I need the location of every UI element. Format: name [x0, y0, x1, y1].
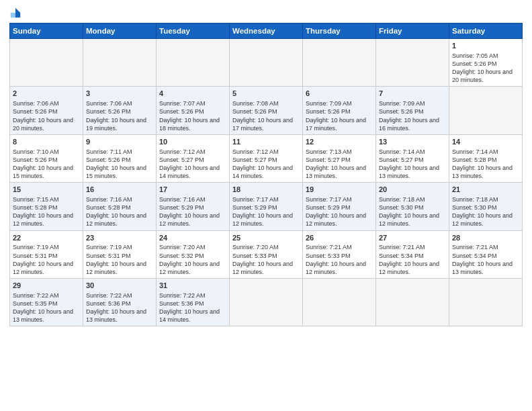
- calendar-cell: 14Sunrise: 7:14 AMSunset: 5:28 PMDayligh…: [449, 134, 523, 182]
- day-number: 21: [452, 185, 519, 195]
- sunset: Sunset: 5:26 PM: [159, 108, 204, 115]
- sunrise: Sunrise: 7:11 AM: [86, 148, 132, 155]
- sunrise: Sunrise: 7:12 AM: [232, 148, 279, 155]
- sunset: Sunset: 5:26 PM: [452, 60, 497, 67]
- daylight: Daylight: 10 hours and 12 minutes.: [306, 212, 366, 227]
- sunset: Sunset: 5:26 PM: [13, 108, 58, 115]
- daylight: Daylight: 10 hours and 12 minutes.: [306, 261, 366, 275]
- header-cell-monday: Monday: [83, 24, 157, 39]
- sunrise: Sunrise: 7:18 AM: [379, 196, 425, 203]
- daylight: Daylight: 10 hours and 13 minutes.: [452, 165, 513, 179]
- sunrise: Sunrise: 7:22 AM: [159, 292, 206, 299]
- sunset: Sunset: 5:27 PM: [159, 156, 204, 163]
- calendar-cell: [303, 279, 376, 326]
- header-row: SundayMondayTuesdayWednesdayThursdayFrid…: [10, 24, 523, 39]
- sunrise: Sunrise: 7:06 AM: [86, 100, 132, 107]
- daylight: Daylight: 10 hours and 12 minutes.: [232, 212, 293, 227]
- day-number: 7: [379, 89, 446, 99]
- calendar-cell: 29Sunrise: 7:22 AMSunset: 5:35 PMDayligh…: [10, 279, 83, 326]
- calendar-cell: 28Sunrise: 7:21 AMSunset: 5:34 PMDayligh…: [449, 230, 523, 278]
- calendar-cell: 11Sunrise: 7:12 AMSunset: 5:27 PMDayligh…: [230, 134, 303, 182]
- header-cell-saturday: Saturday: [449, 24, 523, 39]
- day-number: 26: [306, 233, 373, 243]
- daylight: Daylight: 10 hours and 12 minutes.: [86, 212, 146, 227]
- calendar-cell: [230, 279, 303, 326]
- sunset: Sunset: 5:30 PM: [379, 204, 424, 211]
- sunrise: Sunrise: 7:14 AM: [379, 148, 425, 155]
- calendar-cell: [10, 39, 83, 87]
- calendar-cell: [230, 39, 303, 87]
- sunset: Sunset: 5:36 PM: [159, 300, 204, 307]
- sunrise: Sunrise: 7:19 AM: [13, 244, 59, 250]
- calendar-cell: [303, 39, 376, 87]
- calendar-cell: 13Sunrise: 7:14 AMSunset: 5:27 PMDayligh…: [376, 134, 449, 182]
- sunset: Sunset: 5:29 PM: [306, 204, 351, 211]
- daylight: Daylight: 10 hours and 14 minutes.: [159, 308, 220, 323]
- calendar-cell: 19Sunrise: 7:17 AMSunset: 5:29 PMDayligh…: [303, 183, 376, 230]
- calendar-cell: 25Sunrise: 7:20 AMSunset: 5:33 PMDayligh…: [230, 230, 303, 278]
- sunrise: Sunrise: 7:06 AM: [13, 100, 59, 107]
- sunrise: Sunrise: 7:18 AM: [452, 196, 498, 203]
- logo: [9, 7, 23, 19]
- sunrise: Sunrise: 7:21 AM: [452, 244, 498, 250]
- sunset: Sunset: 5:26 PM: [306, 108, 351, 115]
- sunrise: Sunrise: 7:09 AM: [379, 100, 425, 107]
- sunset: Sunset: 5:26 PM: [232, 108, 277, 115]
- day-number: 5: [232, 89, 300, 99]
- calendar-header: SundayMondayTuesdayWednesdayThursdayFrid…: [10, 24, 523, 39]
- calendar-cell: 6Sunrise: 7:09 AMSunset: 5:26 PMDaylight…: [303, 87, 376, 134]
- daylight: Daylight: 10 hours and 13 minutes.: [452, 261, 513, 275]
- calendar-cell: 22Sunrise: 7:19 AMSunset: 5:31 PMDayligh…: [10, 230, 83, 278]
- calendar-body: 1Sunrise: 7:05 AMSunset: 5:26 PMDaylight…: [10, 39, 523, 326]
- day-number: 14: [452, 137, 519, 147]
- day-number: 31: [159, 281, 226, 291]
- day-number: 4: [159, 89, 226, 99]
- svg-marker-2: [11, 13, 15, 17]
- day-number: 19: [306, 185, 373, 195]
- sunrise: Sunrise: 7:19 AM: [86, 244, 132, 250]
- header-cell-tuesday: Tuesday: [157, 24, 230, 39]
- daylight: Daylight: 10 hours and 16 minutes.: [379, 117, 439, 132]
- sunset: Sunset: 5:28 PM: [13, 204, 58, 211]
- daylight: Daylight: 10 hours and 18 minutes.: [159, 117, 220, 132]
- day-number: 25: [232, 233, 300, 243]
- calendar-cell: [376, 279, 449, 326]
- header-cell-wednesday: Wednesday: [230, 24, 303, 39]
- calendar-cell: 27Sunrise: 7:21 AMSunset: 5:34 PMDayligh…: [376, 230, 449, 278]
- page-container: SundayMondayTuesdayWednesdayThursdayFrid…: [0, 0, 532, 332]
- logo-icon: [9, 7, 21, 19]
- daylight: Daylight: 10 hours and 12 minutes.: [232, 261, 293, 275]
- sunset: Sunset: 5:26 PM: [379, 108, 424, 115]
- daylight: Daylight: 10 hours and 15 minutes.: [86, 165, 146, 179]
- daylight: Daylight: 10 hours and 12 minutes.: [159, 212, 220, 227]
- calendar-cell: 17Sunrise: 7:16 AMSunset: 5:29 PMDayligh…: [157, 183, 230, 230]
- calendar-week-1: 2Sunrise: 7:06 AMSunset: 5:26 PMDaylight…: [10, 87, 523, 134]
- day-number: 13: [379, 137, 446, 147]
- day-number: 17: [159, 185, 226, 195]
- calendar-table: SundayMondayTuesdayWednesdayThursdayFrid…: [9, 23, 523, 326]
- svg-marker-0: [15, 8, 20, 13]
- day-number: 3: [86, 89, 153, 99]
- day-number: 2: [13, 89, 80, 99]
- daylight: Daylight: 10 hours and 12 minutes.: [86, 261, 146, 275]
- calendar-week-5: 29Sunrise: 7:22 AMSunset: 5:35 PMDayligh…: [10, 279, 523, 326]
- calendar-week-4: 22Sunrise: 7:19 AMSunset: 5:31 PMDayligh…: [10, 230, 523, 278]
- calendar-cell: 5Sunrise: 7:08 AMSunset: 5:26 PMDaylight…: [230, 87, 303, 134]
- sunset: Sunset: 5:26 PM: [13, 156, 58, 163]
- calendar-cell: 23Sunrise: 7:19 AMSunset: 5:31 PMDayligh…: [83, 230, 157, 278]
- sunrise: Sunrise: 7:21 AM: [379, 244, 425, 250]
- sunset: Sunset: 5:28 PM: [452, 156, 497, 163]
- day-number: 6: [306, 89, 373, 99]
- sunrise: Sunrise: 7:21 AM: [306, 244, 352, 250]
- sunset: Sunset: 5:31 PM: [13, 253, 58, 259]
- daylight: Daylight: 10 hours and 12 minutes.: [379, 261, 439, 275]
- day-number: 9: [86, 137, 153, 147]
- sunrise: Sunrise: 7:10 AM: [13, 148, 59, 155]
- calendar-cell: [449, 87, 523, 134]
- day-number: 12: [306, 137, 373, 147]
- sunrise: Sunrise: 7:12 AM: [159, 148, 206, 155]
- sunrise: Sunrise: 7:17 AM: [306, 196, 352, 203]
- sunrise: Sunrise: 7:14 AM: [452, 148, 498, 155]
- calendar-cell: 31Sunrise: 7:22 AMSunset: 5:36 PMDayligh…: [157, 279, 230, 326]
- calendar-cell: 18Sunrise: 7:17 AMSunset: 5:29 PMDayligh…: [230, 183, 303, 230]
